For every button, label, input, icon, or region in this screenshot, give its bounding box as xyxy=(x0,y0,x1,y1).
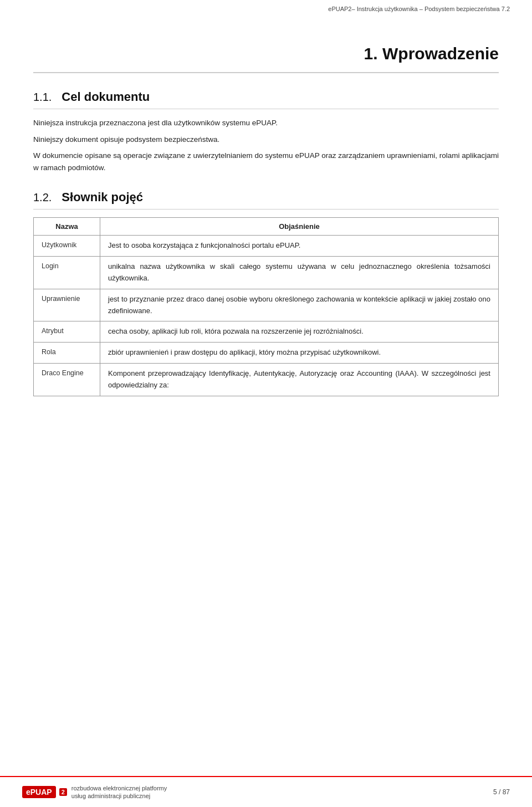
col-name-header: Nazwa xyxy=(34,218,100,236)
table-row: Atrybutcecha osoby, aplikacji lub roli, … xyxy=(34,321,499,343)
header-title: ePUAP2– Instrukcja użytkownika – Podsyst… xyxy=(328,6,510,12)
term-cell: Atrybut xyxy=(34,321,100,343)
page-footer: ePUAP 2 rozbudowa elektronicznej platfor… xyxy=(0,776,532,807)
section-1-2-number: 1.2. xyxy=(33,191,52,204)
footer-logo-line1: rozbudowa elektronicznej platformy xyxy=(71,784,167,792)
section-1-1-para-2: Niniejszy dokument opisuje podsystem bez… xyxy=(33,134,499,146)
definition-cell: jest to przyznanie przez draco danej oso… xyxy=(100,289,499,321)
definition-cell: unikalna nazwa użytkownika w skali całeg… xyxy=(100,257,499,289)
footer-logo-line2: usług administracji publicznej xyxy=(71,792,167,800)
section-1-1-header: 1.1. Cel dokumentu xyxy=(33,90,499,109)
chapter-number: 1. xyxy=(364,44,378,63)
glossary-table: Nazwa Objaśnienie UżytkownikJest to osob… xyxy=(33,217,499,396)
definition-cell: cecha osoby, aplikacji lub roli, która p… xyxy=(100,321,499,343)
term-cell: Login xyxy=(34,257,100,289)
page-content: 1. Wprowadzenie 1.1. Cel dokumentu Ninie… xyxy=(0,0,532,396)
footer-logo-text: rozbudowa elektronicznej platformy usług… xyxy=(71,784,167,800)
section-1-2-header: 1.2. Słownik pojęć xyxy=(33,190,499,210)
table-row: Rolazbiór uprawnienień i praw dostępu do… xyxy=(34,343,499,364)
footer-page-number: 5 / 87 xyxy=(493,788,510,796)
term-cell: Uprawnienie xyxy=(34,289,100,321)
epuap-brand: ePUAP xyxy=(22,786,56,798)
section-1-2: 1.2. Słownik pojęć Nazwa Objaśnienie Uży… xyxy=(33,190,499,396)
term-cell: Rola xyxy=(34,343,100,364)
table-row: Draco EngineKomponent przeprowadzający I… xyxy=(34,363,499,396)
chapter-title-text: Wprowadzenie xyxy=(382,44,499,63)
term-cell: Użytkownik xyxy=(34,236,100,257)
table-row: Uprawnieniejest to przyznanie przez drac… xyxy=(34,289,499,321)
section-1-1-number: 1.1. xyxy=(33,91,52,104)
section-1-1-title: Cel dokumentu xyxy=(62,90,150,104)
definition-cell: Komponent przeprowadzający Identyfikację… xyxy=(100,363,499,396)
page-header: ePUAP2– Instrukcja użytkownika – Podsyst… xyxy=(0,0,532,16)
table-row: UżytkownikJest to osoba korzystająca z f… xyxy=(34,236,499,257)
definition-cell: zbiór uprawnienień i praw dostępu do apl… xyxy=(100,343,499,364)
table-header-row: Nazwa Objaśnienie xyxy=(34,218,499,236)
epuap-logo-wrap: ePUAP 2 xyxy=(22,786,67,798)
table-row: Loginunikalna nazwa użytkownika w skali … xyxy=(34,257,499,289)
section-1-2-title: Słownik pojęć xyxy=(62,190,143,205)
section-1-1-para-1: Niniejsza instrukcja przeznaczona jest d… xyxy=(33,117,499,129)
section-1-1: 1.1. Cel dokumentu Niniejsza instrukcja … xyxy=(33,90,499,173)
section-1-1-para-3: W dokumencie opisane są operacje związan… xyxy=(33,150,499,173)
definition-cell: Jest to osoba korzystająca z funkcjonaln… xyxy=(100,236,499,257)
col-definition-header: Objaśnienie xyxy=(100,218,499,236)
epuap-num: 2 xyxy=(59,788,67,796)
footer-logo: ePUAP 2 rozbudowa elektronicznej platfor… xyxy=(22,784,167,800)
chapter-title: 1. Wprowadzenie xyxy=(33,44,499,73)
term-cell: Draco Engine xyxy=(34,363,100,396)
